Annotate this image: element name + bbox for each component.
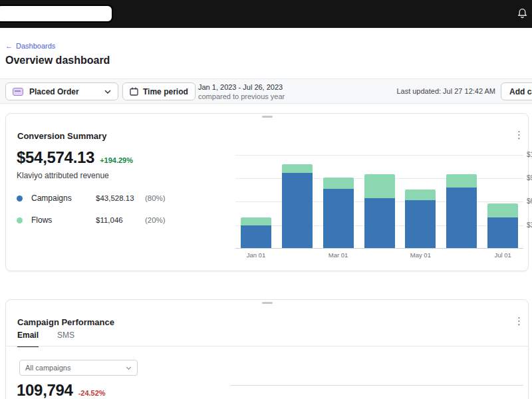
- time-period-button[interactable]: Time period: [122, 82, 196, 100]
- breadcrumb-label: Dashboards: [16, 42, 55, 50]
- flows-segment: [446, 174, 477, 188]
- tab-divider: [6, 346, 528, 346]
- chevron-down-icon: [126, 366, 132, 370]
- channel-tabs: Email SMS: [17, 331, 74, 347]
- metric-label: Placed Order: [29, 87, 100, 96]
- dropdown-value: All campaigns: [25, 364, 70, 372]
- stacked-bar-jun[interactable]: [446, 174, 477, 248]
- stacked-bar-feb[interactable]: [282, 164, 313, 248]
- stacked-bar-jul[interactable]: [487, 203, 518, 248]
- stacked-bar-mar[interactable]: [323, 178, 354, 248]
- x-axis-tick: May 01: [400, 251, 441, 259]
- y-axis-tick: $3K: [527, 221, 532, 229]
- flows-segment: [241, 217, 271, 225]
- x-axis-tick: Jul 01: [482, 251, 523, 259]
- campaigns-segment: [405, 200, 436, 248]
- total-revenue: $54,574.13: [17, 148, 94, 167]
- x-axis-labels: Jan 01Mar 01May 01Jul 01: [235, 251, 523, 261]
- conversion-chart-plot: [235, 147, 523, 249]
- flows-segment: [323, 178, 354, 188]
- card-title: Campaign Performance: [17, 317, 114, 327]
- calendar-icon: [130, 87, 138, 96]
- y-axis-tick: $12K: [527, 151, 532, 158]
- revenue-subtitle: Klaviyo attributed revenue: [17, 171, 109, 180]
- card-title: Conversion Summary: [17, 131, 106, 141]
- campaign-performance-card: Campaign Performance ⋮ Email SMS All cam…: [5, 299, 529, 399]
- recipients-delta: -24.52%: [78, 389, 106, 397]
- card-menu-icon[interactable]: ⋮: [514, 316, 524, 326]
- gridline: [230, 385, 523, 386]
- add-card-button[interactable]: Add card: [501, 82, 532, 100]
- page-title: Overview dashboard: [5, 55, 110, 66]
- chevron-down-icon: [104, 90, 111, 94]
- card-menu-icon[interactable]: ⋮: [514, 130, 524, 140]
- campaigns-segment: [487, 217, 518, 248]
- stacked-bar-apr[interactable]: [364, 174, 395, 248]
- conversion-summary-card: Conversion Summary ⋮ $54,574.13 +194.29%…: [5, 113, 529, 271]
- metric-icon: [13, 88, 23, 96]
- gridline: [235, 155, 523, 156]
- card-drag-handle[interactable]: [262, 116, 273, 118]
- flows-dot-icon: [17, 217, 23, 223]
- last-updated: Last updated: Jul 27 12:42 AM: [396, 87, 495, 95]
- x-axis-tick: Mar 01: [318, 251, 359, 259]
- date-range: Jan 1, 2023 - Jul 26, 2023: [198, 82, 285, 92]
- notification-bell-icon[interactable]: [517, 7, 528, 22]
- y-axis-tick: $9K: [527, 174, 532, 182]
- metric-selector-button[interactable]: Placed Order: [5, 82, 118, 100]
- legend-row-flows[interactable]: Flows $11,046 (20%): [17, 215, 166, 225]
- stacked-bar-jan[interactable]: [241, 217, 271, 248]
- tab-email[interactable]: Email: [17, 331, 39, 347]
- flows-segment: [364, 174, 395, 198]
- campaigns-segment: [364, 198, 395, 248]
- campaign-filter-dropdown[interactable]: All campaigns: [19, 360, 138, 376]
- flows-segment: [487, 203, 518, 217]
- x-axis-tick: Jan 01: [235, 251, 277, 259]
- stacked-bar-may[interactable]: [405, 190, 436, 248]
- campaigns-segment: [241, 225, 271, 248]
- flows-segment: [405, 190, 436, 200]
- back-arrow-icon: ←: [5, 42, 13, 50]
- campaigns-segment: [323, 189, 354, 248]
- search-input[interactable]: [0, 5, 113, 23]
- compare-text: compared to previous year: [198, 92, 285, 101]
- campaigns-dot-icon: [17, 196, 23, 201]
- chart-legend: Campaigns $43,528.13 (80%) Flows $11,046…: [17, 194, 166, 225]
- card-drag-handle[interactable]: [262, 302, 273, 304]
- revenue-bar-chart: Jan 01Mar 01May 01Jul 01 $12K$9K$6K$3K: [230, 147, 532, 267]
- campaigns-segment: [282, 173, 313, 248]
- tab-sms[interactable]: SMS: [57, 331, 74, 347]
- flows-segment: [282, 164, 313, 173]
- time-period-label: Time period: [143, 87, 188, 96]
- revenue-delta: +194.29%: [100, 156, 133, 164]
- legend-row-campaigns[interactable]: Campaigns $43,528.13 (80%): [17, 194, 166, 203]
- recipients-total: 109,794: [17, 381, 73, 399]
- campaigns-segment: [446, 188, 477, 248]
- dashboard-toolbar: Placed Order Time period Jan 1, 2023 - J…: [0, 78, 532, 104]
- topbar: [0, 0, 532, 28]
- y-axis-tick: $6K: [527, 198, 532, 205]
- date-range-block: Jan 1, 2023 - Jul 26, 2023 compared to p…: [198, 82, 285, 101]
- breadcrumb[interactable]: ← Dashboards: [5, 42, 55, 50]
